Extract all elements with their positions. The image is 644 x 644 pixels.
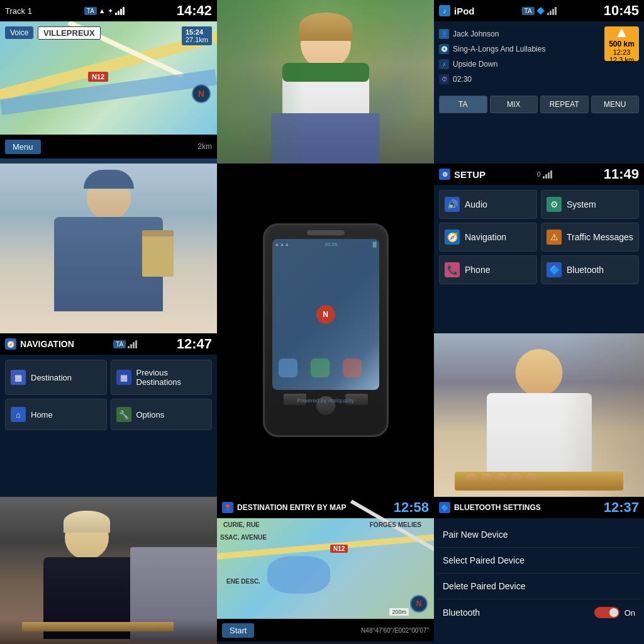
mapd-label: DESTINATION ENTRY BY MAP [237, 503, 347, 512]
nav-arrow-km: 12.3 km [609, 56, 634, 64]
navmenu-signal-bars [128, 340, 137, 348]
signal-bars [115, 7, 125, 15]
bt-time: 12:37 [604, 499, 639, 516]
setup-audio-label: Audio [465, 199, 487, 209]
dest-scale: 200m [389, 608, 409, 616]
baker-photo [434, 333, 644, 497]
phone-app-3[interactable] [343, 358, 362, 377]
mapd-time: 12:58 [394, 499, 429, 516]
setup-nav-label: Navigation [465, 232, 506, 242]
dest-coords: N48°47'60"/E002°00'07" [361, 627, 429, 634]
bt-select-paired[interactable]: Select Paired Device [438, 548, 640, 574]
ipod-bt-icon: 🔷 [536, 7, 545, 15]
phone-center: ▲▲▲ 20:26 ▓ N Powered by Atelquality [217, 164, 434, 497]
nav-arrow-up: ▲ [614, 25, 630, 40]
ipod-duration: 02:30 [453, 75, 472, 84]
dest-compass-icon: N [410, 595, 428, 613]
map-scale: 2km [197, 142, 212, 151]
setup-signals: 0 [537, 170, 552, 179]
nav-arrow-time: 12:23 [613, 48, 631, 56]
eta-time: 15:24 [186, 28, 208, 36]
ipod-repeat-btn[interactable]: REPEAT [540, 96, 589, 113]
phone-app-1[interactable] [279, 358, 297, 377]
ipod-header: ♪ iPod TA 🔷 10:45 [434, 0, 644, 21]
bt-icon: 🔷 [439, 502, 450, 513]
bt-on-label: On [625, 608, 635, 618]
phone-app-2[interactable] [311, 358, 330, 377]
track-icon: ♪ [439, 59, 449, 69]
bt-toggle-row[interactable]: Bluetooth On [438, 599, 640, 626]
home-icon: ⌂ [11, 407, 26, 422]
audio-icon: 🔊 [445, 197, 460, 212]
setup-icon: ⚙ [439, 169, 450, 180]
ipod-time: 10:45 [604, 3, 639, 19]
navmenu-ta: TA [113, 340, 126, 348]
phone-time-display: 20:26 [325, 242, 337, 247]
phone-battery-icon: ▓ [373, 242, 377, 247]
signal-icon: ▲ ✦ [99, 7, 113, 15]
ipod-menu-btn[interactable]: MENU [591, 96, 640, 113]
ipod-controls: TA MIX REPEAT MENU [434, 92, 644, 117]
ipod-tracks: 👤 Jack Johnson 💿 Sing-A-Longs And Lullab… [439, 26, 604, 87]
toggle-track[interactable] [594, 607, 619, 618]
nav-time: 14:42 [177, 3, 212, 19]
map-menu-button[interactable]: Menu [5, 140, 41, 154]
setup-bluetooth-label: Bluetooth [567, 265, 604, 275]
setup-panel: ⚙ SETUP 0 11:49 🔊 Audio ⚙ Syste [434, 164, 644, 333]
prev-dest-icon: ▦ [116, 370, 131, 385]
setup-signal-bars [543, 170, 552, 179]
woodworker-photo [0, 497, 217, 644]
nav-destination-label: Destination [31, 373, 72, 382]
nav-options[interactable]: 🔧 Options [111, 399, 213, 430]
nav-signals: TA ▲ ✦ [84, 7, 125, 15]
setup-header: ⚙ SETUP 0 11:49 [434, 164, 644, 185]
setup-traffic-label: Traffic Messages [567, 232, 633, 242]
bt-header: 🔷 BLUETOOTH SETTINGS 12:37 [434, 497, 644, 518]
compass-icon: N [192, 84, 211, 103]
bluetooth-setup-icon: 🔷 [547, 262, 562, 277]
setup-grid: 🔊 Audio ⚙ System 🧭 Navigation ⚠ Traffic … [434, 185, 644, 289]
mapd-icon: 📍 [222, 502, 233, 513]
dest-map-area: N12 CURIE, RUE FORGES MELIES SSAC, AVENU… [217, 518, 434, 619]
nav-home-label: Home [31, 410, 53, 419]
destination-icon: ▦ [11, 370, 26, 385]
bt-list: Pair New Device Select Paired Device Del… [434, 518, 644, 630]
nav-options-label: Options [136, 410, 165, 419]
nav-map-panel: Track 1 TA ▲ ✦ 14:42 VILLEPREUX [0, 0, 217, 164]
setup-audio[interactable]: 🔊 Audio [439, 190, 537, 219]
ipod-mix-btn[interactable]: MIX [490, 96, 538, 113]
ipod-duration-row: ⏱ 02:30 [439, 72, 604, 87]
mapd-label4: ENE DESC. [226, 578, 260, 585]
bt-pair-new[interactable]: Pair New Device [438, 522, 640, 548]
ipod-title-area: ♪ iPod [439, 5, 475, 16]
setup-phone[interactable]: 📞 Phone [439, 255, 537, 284]
nav-prev-destinations[interactable]: ▦ Previous Destinations [111, 360, 213, 395]
ipod-album: Sing-A-Longs And Lullabies [453, 45, 545, 53]
setup-bluetooth[interactable]: 🔷 Bluetooth [541, 255, 639, 284]
setup-traffic[interactable]: ⚠ Traffic Messages [541, 223, 639, 252]
bt-toggle-control[interactable]: On [594, 607, 635, 618]
ipod-album-row: 💿 Sing-A-Longs And Lullabies [439, 42, 604, 57]
artist-icon: 👤 [439, 29, 449, 39]
nav-arrow-box: ▲ 500 km 12:23 12.3 km [604, 26, 639, 61]
mapd-label3: SSAC, AVENUE [220, 534, 267, 541]
nav-home[interactable]: ⌂ Home [5, 399, 107, 430]
options-icon: 🔧 [116, 407, 131, 422]
nav-track-label: Track 1 [5, 6, 32, 16]
florist-photo [217, 0, 434, 164]
ipod-ta-btn[interactable]: TA [439, 96, 487, 113]
system-icon: ⚙ [547, 197, 562, 212]
voice-button[interactable]: Voice [5, 26, 33, 39]
setup-phone-label: Phone [465, 265, 490, 275]
ipod-artist-row: 👤 Jack Johnson [439, 26, 604, 42]
navmenu-title-area: 🧭 NAVIGATION [5, 338, 74, 350]
navmenu-label: NAVIGATION [20, 339, 74, 349]
ipod-icon: ♪ [439, 5, 450, 16]
nav-arrow-dist: 500 km [609, 40, 635, 48]
start-button[interactable]: Start [222, 623, 254, 638]
nav-setup-icon: 🧭 [445, 230, 460, 245]
bt-delete-paired[interactable]: Delete Paired Device [438, 574, 640, 599]
setup-navigation[interactable]: 🧭 Navigation [439, 223, 537, 252]
nav-destination[interactable]: ▦ Destination [5, 360, 107, 395]
setup-system[interactable]: ⚙ System [541, 190, 639, 219]
